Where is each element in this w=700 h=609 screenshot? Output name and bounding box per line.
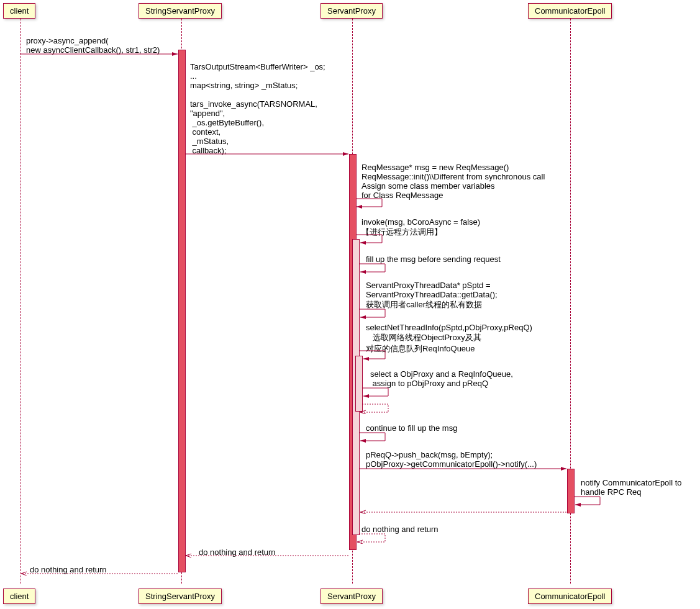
participant-sp-bot: ServantProxy <box>320 589 383 604</box>
msg-reqmessage: ReqMessage* msg = new ReqMessage() ReqMe… <box>361 163 545 200</box>
lifeline-client <box>20 19 20 584</box>
sequence-diagram: client StringServantProxy ServantProxy C… <box>0 0 700 609</box>
msg-return1: do nothing and return <box>361 525 439 534</box>
msg-notify: notify CommunicatorEpoll to handle RPC R… <box>581 478 682 497</box>
participant-client-top: client <box>3 3 35 19</box>
msg-threaddata: ServantProxyThreadData* pSptd = ServantP… <box>366 281 498 310</box>
msg-async-append: proxy->async_append( new asyncClientCall… <box>26 36 160 55</box>
msg-continue: continue to fill up the msg <box>366 423 457 433</box>
msg-invoke: invoke(msg, bCoroAsync = false) 【进行远程方法调… <box>361 217 480 238</box>
participant-sp-top: ServantProxy <box>320 3 383 19</box>
msg-return2: do nothing and return <box>199 548 276 557</box>
msg-selectobj: select a ObjProxy and a ReqInfoQueue, as… <box>370 369 513 388</box>
participant-client-bot: client <box>3 589 35 604</box>
msg-pushback: pReqQ->push_back(msg, bEmpty); pObjProxy… <box>366 450 537 469</box>
msg-selectnet: selectNetThreadInfo(pSptd,pObjProxy,pReq… <box>366 323 532 354</box>
activation-ce <box>567 469 575 513</box>
participant-ce-bot: CommunicatorEpoll <box>528 589 612 604</box>
msg-fillup: fill up the msg before sending request <box>366 255 501 264</box>
msg-tars-invoke: TarsOutputStream<BufferWriter> _os; ... … <box>190 62 325 155</box>
msg-return3: do nothing and return <box>30 565 107 574</box>
participant-ssp-top: StringServantProxy <box>139 3 222 19</box>
activation-ssp <box>178 50 186 572</box>
activation-sp-3 <box>355 356 363 412</box>
participant-ce-top: CommunicatorEpoll <box>528 3 612 19</box>
participant-ssp-bot: StringServantProxy <box>139 589 222 604</box>
